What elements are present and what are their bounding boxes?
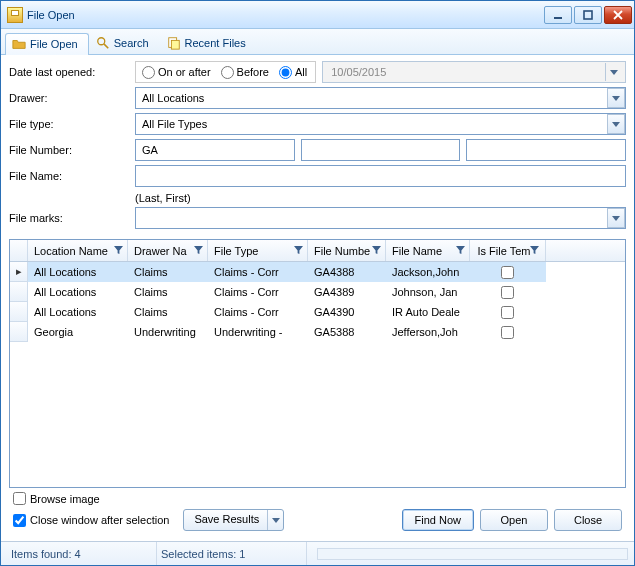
cell: Claims	[128, 302, 208, 322]
filter-icon[interactable]	[456, 246, 465, 255]
window-buttons	[544, 6, 632, 24]
cell: Georgia	[28, 322, 128, 342]
search-icon	[96, 36, 110, 50]
grid-header: Location Name Drawer Na File Type File N…	[10, 240, 625, 262]
cell: Underwriting -	[208, 322, 308, 342]
cell: Underwriting	[128, 322, 208, 342]
dropdown-arrow-icon[interactable]	[607, 208, 625, 228]
cell: Claims	[128, 262, 208, 282]
grid-body[interactable]: ▸All LocationsClaimsClaims - CorrGA4388J…	[10, 262, 625, 487]
footer-options: Browse image Close window after selectio…	[9, 488, 626, 537]
cell: GA5388	[308, 322, 386, 342]
cell: All Locations	[28, 262, 128, 282]
folder-open-icon	[12, 37, 26, 51]
cell: GA4390	[308, 302, 386, 322]
file-name-label: File Name:	[9, 170, 135, 182]
save-results-button[interactable]: Save Results	[183, 509, 284, 531]
close-button[interactable]: Close	[554, 509, 622, 531]
radio-before[interactable]: Before	[221, 66, 269, 79]
cell: Claims	[128, 282, 208, 302]
svg-point-2	[97, 38, 104, 45]
file-type-label: File type:	[9, 118, 135, 130]
find-now-button[interactable]: Find Now	[402, 509, 474, 531]
file-marks-label: File marks:	[9, 212, 135, 224]
cell: Claims - Corr	[208, 282, 308, 302]
cell: GA4388	[308, 262, 386, 282]
file-type-value: All File Types	[142, 118, 207, 130]
results-grid: Location Name Drawer Na File Type File N…	[9, 239, 626, 488]
tab-bar: File Open Search Recent Files	[1, 29, 634, 55]
svg-rect-0	[554, 17, 562, 19]
row-indicator	[10, 302, 28, 322]
titlebar: File Open	[1, 1, 634, 29]
col-is-file-template[interactable]: Is File Tem	[470, 240, 546, 261]
cell-is-template[interactable]	[470, 282, 546, 302]
file-name-input[interactable]	[135, 165, 626, 187]
col-file-name[interactable]: File Name	[386, 240, 470, 261]
cell: Claims - Corr	[208, 262, 308, 282]
cell: All Locations	[28, 302, 128, 322]
date-picker[interactable]: 10/05/2015	[322, 61, 626, 83]
col-drawer-name[interactable]: Drawer Na	[128, 240, 208, 261]
radio-on-or-after[interactable]: On or after	[142, 66, 211, 79]
date-last-opened-label: Date last opened:	[9, 66, 135, 78]
cell-is-template[interactable]	[470, 322, 546, 342]
cell-is-template[interactable]	[470, 262, 546, 282]
filter-icon[interactable]	[372, 246, 381, 255]
window-title: File Open	[27, 8, 544, 21]
filter-icon[interactable]	[114, 246, 123, 255]
radio-all[interactable]: All	[279, 66, 307, 79]
filter-icon[interactable]	[194, 246, 203, 255]
browse-image-checkbox[interactable]: Browse image	[13, 492, 284, 505]
cell: Claims - Corr	[208, 302, 308, 322]
cell: GA4389	[308, 282, 386, 302]
tab-search[interactable]: Search	[89, 32, 160, 54]
row-indicator	[10, 322, 28, 342]
maximize-button[interactable]	[574, 6, 602, 24]
drawer-combo[interactable]: All Locations	[135, 87, 626, 109]
dropdown-arrow-icon[interactable]	[607, 114, 625, 134]
drawer-label: Drawer:	[9, 92, 135, 104]
date-value: 10/05/2015	[331, 66, 386, 78]
open-button[interactable]: Open	[480, 509, 548, 531]
file-type-combo[interactable]: All File Types	[135, 113, 626, 135]
cell-is-template[interactable]	[470, 302, 546, 322]
col-file-type[interactable]: File Type	[208, 240, 308, 261]
minimize-button[interactable]	[544, 6, 572, 24]
close-window-button[interactable]	[604, 6, 632, 24]
table-row[interactable]: All LocationsClaimsClaims - CorrGA4389Jo…	[10, 282, 625, 302]
tab-label: Recent Files	[185, 37, 246, 49]
svg-rect-1	[584, 11, 592, 19]
tab-file-open[interactable]: File Open	[5, 33, 89, 55]
status-selected-items: Selected items: 1	[157, 542, 307, 565]
file-number-input-2[interactable]	[301, 139, 461, 161]
col-file-number[interactable]: File Numbe	[308, 240, 386, 261]
filter-icon[interactable]	[294, 246, 303, 255]
tab-label: File Open	[30, 38, 78, 50]
status-progress	[317, 548, 628, 560]
cell: Jackson,John	[386, 262, 470, 282]
file-number-input-3[interactable]	[466, 139, 626, 161]
close-after-selection-checkbox[interactable]: Close window after selection	[13, 514, 169, 527]
content-area: Date last opened: On or after Before All…	[1, 55, 634, 541]
tab-recent-files[interactable]: Recent Files	[160, 32, 257, 54]
table-row[interactable]: ▸All LocationsClaimsClaims - CorrGA4388J…	[10, 262, 625, 282]
drawer-value: All Locations	[142, 92, 204, 104]
file-open-window: File Open File Open Search Recent Files	[0, 0, 635, 566]
file-name-hint: (Last, First)	[135, 192, 626, 204]
tab-label: Search	[114, 37, 149, 49]
file-number-input-1[interactable]	[135, 139, 295, 161]
col-location-name[interactable]: Location Name	[28, 240, 128, 261]
status-bar: Items found: 4 Selected items: 1	[1, 541, 634, 565]
dropdown-arrow-icon[interactable]	[267, 510, 283, 530]
table-row[interactable]: GeorgiaUnderwritingUnderwriting -GA5388J…	[10, 322, 625, 342]
filter-icon[interactable]	[530, 246, 539, 255]
cell: IR Auto Deale	[386, 302, 470, 322]
row-indicator: ▸	[10, 262, 28, 282]
table-row[interactable]: All LocationsClaimsClaims - CorrGA4390IR…	[10, 302, 625, 322]
file-marks-combo[interactable]	[135, 207, 626, 229]
svg-rect-4	[171, 40, 179, 49]
folder-open-icon	[7, 7, 23, 23]
cell: Jefferson,Joh	[386, 322, 470, 342]
dropdown-arrow-icon[interactable]	[607, 88, 625, 108]
